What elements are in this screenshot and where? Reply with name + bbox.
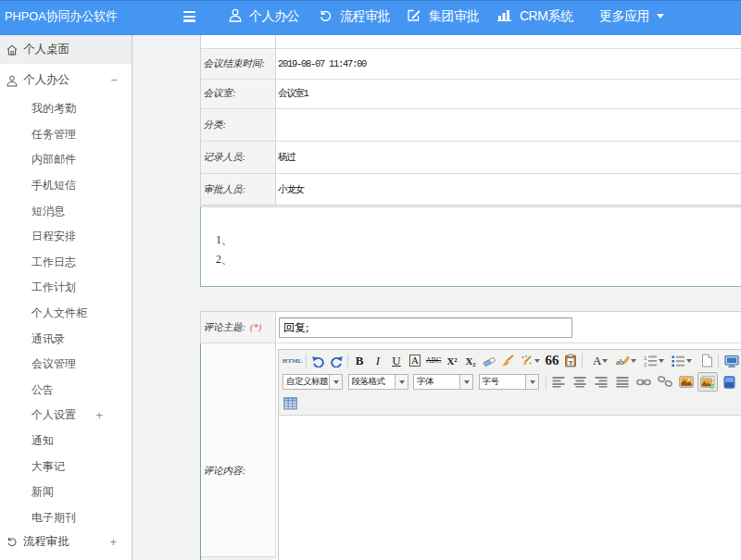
- undo-icon[interactable]: [308, 351, 327, 370]
- insert-image-icon[interactable]: [676, 372, 697, 392]
- caret-down-icon: [460, 374, 473, 390]
- editor-toolbar: HTML B I U A ABC X² X₂: [279, 350, 741, 416]
- top-nav: 个人办公 流程审批 集团审批 CRM系统 更多应用: [0, 1, 741, 36]
- sidebar-item[interactable]: 会议管理: [0, 352, 132, 378]
- align-right-icon[interactable]: [591, 372, 611, 392]
- strikethrough-button[interactable]: ABC: [424, 351, 443, 370]
- nav-more-apps[interactable]: 更多应用: [599, 1, 664, 31]
- new-page-icon[interactable]: [697, 351, 716, 370]
- sidebar-item[interactable]: 通知: [0, 429, 132, 454]
- sidebar-item[interactable]: 大事记: [0, 454, 132, 479]
- highlight-color-button[interactable]: ab: [612, 351, 639, 370]
- font-family-select[interactable]: 字体: [413, 374, 473, 390]
- font-style-button[interactable]: A: [406, 351, 424, 370]
- paragraph-format-select[interactable]: 段落格式: [348, 374, 408, 390]
- editor-cell: HTML B I U A ABC X² X₂: [276, 343, 741, 560]
- svg-text:T: T: [569, 359, 573, 367]
- editor-content-area[interactable]: [279, 416, 741, 560]
- nav-personal-office[interactable]: 个人办公: [229, 1, 299, 31]
- content-line: 2、: [216, 250, 741, 269]
- nav-group-approval[interactable]: 集团审批: [407, 1, 479, 31]
- align-center-icon[interactable]: [570, 372, 590, 392]
- expand-icon[interactable]: +: [110, 535, 118, 549]
- home-icon: [6, 44, 18, 56]
- quick-format-icon[interactable]: [517, 351, 543, 370]
- toolbar-row-2: 自定义标题 段落格式 字体 字号: [281, 371, 741, 392]
- meeting-content-box[interactable]: 1、 2、: [200, 206, 741, 287]
- ordered-list-button[interactable]: 12: [641, 351, 667, 370]
- svg-text:2: 2: [644, 362, 647, 367]
- table-row: 会议室: 会议室1: [201, 80, 741, 110]
- sidebar-item[interactable]: 个人文件柜: [0, 301, 132, 327]
- unordered-list-button[interactable]: [669, 351, 695, 370]
- underline-button[interactable]: U: [387, 351, 406, 370]
- section-gap: [200, 287, 741, 311]
- link-icon[interactable]: [634, 372, 654, 392]
- comment-subject-input[interactable]: [279, 317, 572, 338]
- nav-crm[interactable]: CRM系统: [497, 1, 572, 31]
- sidebar-item[interactable]: 短消息: [0, 198, 132, 224]
- collapse-icon[interactable]: −: [111, 73, 119, 87]
- sidebar-item[interactable]: 工作计划: [0, 275, 132, 301]
- sidebar-item[interactable]: 我的考勤: [0, 96, 132, 122]
- sidebar-item-desktop[interactable]: 个人桌面: [0, 35, 132, 64]
- font-size-select[interactable]: 字号: [479, 374, 539, 390]
- process-icon: [6, 536, 18, 547]
- sidebar-item[interactable]: 任务管理: [0, 122, 132, 148]
- expand-icon[interactable]: +: [96, 408, 104, 422]
- caret-down-icon: [330, 374, 343, 390]
- sidebar-item[interactable]: 工作日志: [0, 250, 132, 276]
- nav-process-approval[interactable]: 流程审批: [319, 1, 390, 31]
- caret-down-icon: [631, 359, 636, 363]
- field-label: 评论内容:: [201, 343, 276, 557]
- sidebar-item[interactable]: 电子期刊: [0, 505, 132, 531]
- topbar: PHPOA协同办公软件 个人办公 流程审批 集团审批 CRM系统 更多应用: [0, 0, 741, 35]
- sidebar-item[interactable]: 通讯录: [0, 326, 132, 352]
- content-area: 会议结束时间: 2019-08-07 11:47:00 会议室: 会议室1 分类…: [133, 35, 741, 560]
- caret-down-icon: [657, 14, 664, 19]
- bold-button[interactable]: B: [350, 351, 369, 370]
- toolbar-separator: [582, 354, 583, 368]
- insert-media-icon[interactable]: [719, 372, 739, 392]
- italic-button[interactable]: I: [369, 351, 387, 370]
- sidebar-item[interactable]: 新闻: [0, 479, 132, 505]
- svg-text:ab: ab: [616, 357, 624, 367]
- sidebar-submenu: 我的考勤任务管理内部邮件手机短信短消息日程安排工作日志工作计划个人文件柜通讯录会…: [0, 96, 132, 530]
- field-value: [276, 109, 741, 141]
- sidebar-item[interactable]: 手机短信: [0, 173, 132, 199]
- table-row: 审批人员: 小龙女: [201, 174, 741, 205]
- format-brush-icon[interactable]: [498, 351, 517, 370]
- field-value: [276, 35, 741, 48]
- toolbar-separator: [546, 375, 546, 390]
- comment-subject-row: 评论主题: (*): [201, 312, 741, 343]
- user-icon: [6, 75, 18, 86]
- sidebar-section-personal[interactable]: 个人办公 −: [0, 64, 132, 96]
- sidebar-item[interactable]: 个人设置+: [0, 403, 132, 429]
- sidebar-item[interactable]: 日程安排: [0, 224, 132, 250]
- align-justify-icon[interactable]: [612, 372, 633, 392]
- html-source-button[interactable]: HTML: [281, 351, 304, 370]
- redo-icon[interactable]: [327, 351, 345, 370]
- blockquote-button[interactable]: 66: [543, 351, 561, 370]
- rich-text-editor: HTML B I U A ABC X² X₂: [278, 349, 741, 560]
- heading-select[interactable]: 自定义标题: [283, 374, 343, 390]
- unlink-icon[interactable]: [655, 372, 675, 392]
- superscript-button[interactable]: X²: [443, 351, 461, 370]
- sidebar-section-process[interactable]: 流程审批 +: [0, 530, 132, 553]
- table-row-partial: [201, 35, 741, 49]
- align-left-icon[interactable]: [548, 372, 569, 392]
- toolbar-separator: [718, 354, 719, 368]
- fullscreen-icon[interactable]: [722, 351, 741, 370]
- multi-image-icon[interactable]: [697, 372, 718, 392]
- font-color-button[interactable]: A: [590, 351, 610, 370]
- comment-form: 评论主题: (*) 评论内容: HTML: [200, 311, 741, 560]
- sidebar-item[interactable]: 内部邮件: [0, 147, 132, 173]
- field-label: 分类:: [201, 109, 276, 141]
- caret-down-icon: [534, 359, 540, 363]
- subscript-button[interactable]: X₂: [461, 351, 480, 370]
- field-label: 审批人员:: [201, 174, 276, 205]
- sidebar-item[interactable]: 公告: [0, 378, 132, 404]
- insert-table-icon[interactable]: [281, 393, 299, 413]
- eraser-icon[interactable]: [480, 351, 498, 370]
- paste-text-icon[interactable]: T: [561, 351, 580, 370]
